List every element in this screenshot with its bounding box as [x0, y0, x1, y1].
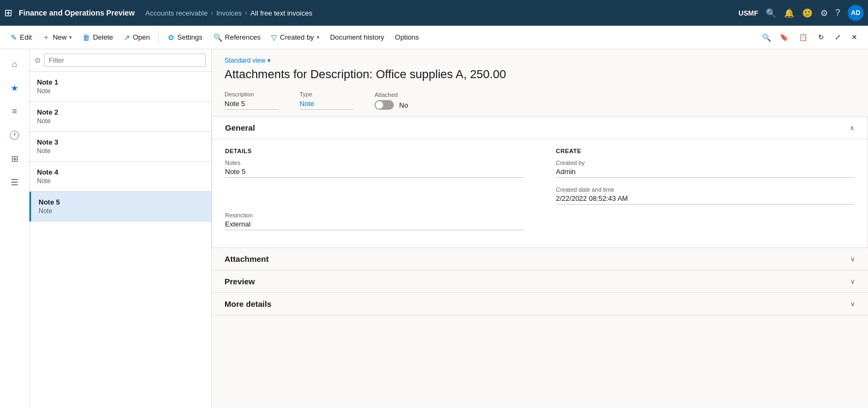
- list-item-selected[interactable]: Note 5 Note: [29, 192, 211, 222]
- standard-view-dropdown[interactable]: Standard view ▾: [225, 57, 855, 64]
- sidebar-menu-icon[interactable]: ≡: [5, 102, 24, 121]
- top-nav: ⊞ Finance and Operations Preview Account…: [0, 0, 868, 26]
- list-item[interactable]: Note 1 Note: [29, 72, 211, 102]
- new-dropdown-arrow: ▾: [69, 34, 72, 40]
- edit-button[interactable]: ✎ Edit: [6, 31, 36, 44]
- settings-label: Settings: [177, 33, 203, 41]
- list-filter-bar: ⊙: [29, 49, 211, 72]
- search-icon[interactable]: 🔍: [766, 8, 776, 18]
- restriction-value[interactable]: External: [225, 220, 524, 230]
- open-label: Open: [133, 33, 150, 41]
- breadcrumb-current: All free text invoices: [250, 9, 312, 17]
- list-item-sub: Note: [37, 117, 204, 125]
- detail-title: Attachments for Description: Office supp…: [225, 67, 855, 81]
- avatar[interactable]: AD: [848, 5, 864, 21]
- created-by-arrow: ▾: [317, 34, 319, 40]
- sidebar: ⌂ ★ ≡ 🕐 ⊞ ☰: [0, 49, 29, 408]
- created-by-value[interactable]: Admin: [556, 168, 855, 178]
- edit-label: Edit: [20, 33, 32, 41]
- preview-section-chevron: ∨: [850, 278, 855, 285]
- attachment-section-chevron: ∨: [850, 255, 855, 263]
- restriction-label: Restriction: [225, 212, 524, 218]
- created-by-label: Created by: [556, 160, 855, 166]
- breadcrumb-invoices[interactable]: Invoices: [216, 9, 242, 17]
- filter-input[interactable]: [44, 54, 206, 67]
- open-button[interactable]: ↗ Open: [119, 31, 154, 44]
- preview-section: Preview ∨: [212, 270, 868, 293]
- restriction-field: Restriction External: [225, 212, 524, 230]
- list-item-title: Note 3: [37, 138, 204, 146]
- general-section-header[interactable]: General ∧: [212, 117, 867, 139]
- popout-icon[interactable]: ⤢: [830, 31, 845, 43]
- breadcrumb-accounts-receivable[interactable]: Accounts receivable: [145, 9, 207, 17]
- create-column: CREATE Created by Admin Created date and…: [556, 148, 855, 239]
- app-title: Finance and Operations Preview: [19, 9, 134, 17]
- close-button[interactable]: ✕: [847, 31, 862, 43]
- created-date-value[interactable]: 2/22/2022 08:52:43 AM: [556, 194, 855, 205]
- type-label: Type: [300, 91, 353, 97]
- filter-search-icon: ⊙: [35, 56, 41, 64]
- toolbar-sep-1: [159, 31, 159, 44]
- preview-section-header[interactable]: Preview ∨: [212, 270, 868, 292]
- settings-button[interactable]: ⚙ Settings: [163, 31, 207, 44]
- toolbar-search-icon[interactable]: 🔍: [762, 33, 771, 42]
- details-column: DETAILS Notes Note 5 Restriction Externa…: [225, 148, 524, 239]
- preview-section-title: Preview: [225, 277, 255, 286]
- created-by-button[interactable]: ▽ Created by ▾: [267, 31, 324, 44]
- attached-label: Attached: [375, 92, 408, 98]
- grid-icon[interactable]: ⊞: [4, 7, 12, 19]
- references-button[interactable]: 🔍 References: [209, 31, 265, 44]
- more-details-section-header[interactable]: More details ∨: [212, 293, 868, 315]
- plus-icon: ＋: [42, 33, 50, 42]
- list-item-title: Note 5: [39, 198, 204, 206]
- edit-icon: ✎: [11, 33, 17, 42]
- details-group-label: DETAILS: [225, 148, 524, 154]
- general-section-body: DETAILS Notes Note 5 Restriction Externa…: [212, 139, 867, 247]
- sidebar-grid-icon[interactable]: ⊞: [5, 149, 24, 168]
- attachment-section-title: Attachment: [225, 254, 269, 263]
- emoji-icon[interactable]: 🙂: [802, 8, 813, 18]
- attached-field-group: Attached No: [375, 92, 408, 110]
- document-history-button[interactable]: Document history: [326, 31, 388, 43]
- help-icon[interactable]: ?: [835, 8, 840, 18]
- attachment-section-header[interactable]: Attachment ∨: [212, 248, 868, 270]
- list-item[interactable]: Note 3 Note: [29, 132, 211, 162]
- created-by-label: Created by: [280, 33, 314, 41]
- fields-row: Description Note 5 Type Note Attached No: [212, 87, 868, 117]
- list-item-sub: Note: [37, 177, 204, 185]
- attached-no-label: No: [399, 101, 408, 109]
- delete-icon: 🗑: [83, 33, 90, 42]
- toggle-knob: [376, 101, 383, 109]
- delete-label: Delete: [93, 33, 113, 41]
- description-label: Description: [225, 91, 278, 97]
- new-button[interactable]: ＋ New ▾: [38, 31, 76, 44]
- type-value[interactable]: Note: [300, 100, 353, 110]
- standard-view-chevron: ▾: [267, 57, 271, 64]
- more-details-section: More details ∨: [212, 293, 868, 315]
- description-value[interactable]: Note 5: [225, 100, 278, 110]
- refresh-icon[interactable]: ↻: [814, 31, 828, 43]
- list-item-title: Note 2: [37, 108, 204, 116]
- sidebar-star-icon[interactable]: ★: [5, 78, 24, 97]
- detail-panel: Standard view ▾ Attachments for Descript…: [212, 49, 868, 408]
- sidebar-home-icon[interactable]: ⌂: [5, 55, 24, 74]
- create-group-label: CREATE: [556, 148, 855, 154]
- sidebar-recent-icon[interactable]: 🕐: [5, 125, 24, 145]
- notes-value[interactable]: Note 5: [225, 168, 524, 178]
- sidebar-list-icon[interactable]: ☰: [5, 172, 24, 192]
- list-item[interactable]: Note 4 Note: [29, 162, 211, 192]
- notification-icon[interactable]: 🔔: [784, 8, 795, 18]
- created-by-field: Created by Admin: [556, 160, 855, 178]
- created-date-label: Created date and time: [556, 186, 855, 193]
- settings-icon[interactable]: ⚙: [820, 8, 828, 18]
- options-button[interactable]: Options: [391, 31, 423, 43]
- top-nav-right: USMF 🔍 🔔 🙂 ⚙ ? AD: [738, 5, 864, 21]
- bookmark-icon[interactable]: 🔖: [775, 31, 792, 43]
- list-item[interactable]: Note 2 Note: [29, 102, 211, 132]
- expand-icon[interactable]: 📋: [795, 31, 812, 43]
- attachment-section: Attachment ∨: [212, 248, 868, 270]
- open-icon: ↗: [124, 33, 130, 42]
- delete-button[interactable]: 🗑 Delete: [78, 31, 117, 44]
- list-items: Note 1 Note Note 2 Note Note 3 Note Note…: [29, 72, 211, 408]
- attached-toggle[interactable]: [375, 100, 394, 110]
